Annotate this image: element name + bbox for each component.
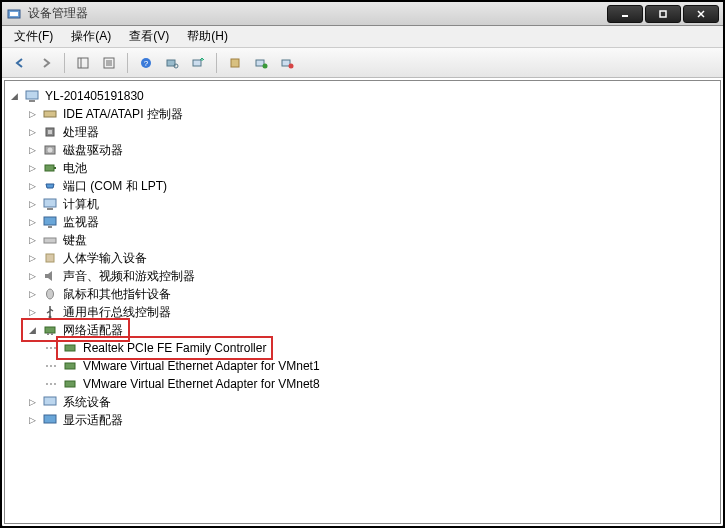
uninstall-button[interactable] (223, 51, 247, 75)
svg-rect-40 (47, 333, 49, 335)
menubar: 文件(F) 操作(A) 查看(V) 帮助(H) (2, 26, 723, 48)
menu-file[interactable]: 文件(F) (6, 26, 61, 47)
svg-rect-43 (65, 363, 75, 369)
forward-button[interactable] (34, 51, 58, 75)
update-driver-button[interactable] (186, 51, 210, 75)
tree-item-usb[interactable]: ▷通用串行总线控制器 (27, 303, 716, 321)
computer-icon (42, 196, 58, 212)
tree-item-computer[interactable]: ▷计算机 (27, 195, 716, 213)
expand-icon[interactable]: ▷ (27, 217, 38, 228)
svg-rect-22 (26, 91, 38, 99)
hid-icon (42, 250, 58, 266)
svg-rect-1 (10, 12, 18, 16)
toolbar: ? (2, 48, 723, 78)
expand-icon[interactable]: ▷ (27, 109, 38, 120)
svg-rect-45 (44, 397, 56, 405)
tree-item-hid[interactable]: ▷人体学输入设备 (27, 249, 716, 267)
svg-rect-24 (44, 111, 56, 117)
network-adapter-icon (62, 376, 78, 392)
separator (216, 53, 217, 73)
expand-icon[interactable]: ▷ (27, 235, 38, 246)
tree-root[interactable]: ◢ YL-201405191830 (9, 87, 716, 105)
svg-rect-30 (54, 167, 56, 169)
collapse-icon[interactable]: ◢ (27, 325, 38, 336)
svg-rect-3 (660, 11, 666, 17)
sound-icon (42, 268, 58, 284)
tree-item-disk[interactable]: ▷磁盘驱动器 (27, 141, 716, 159)
expand-icon[interactable]: ▷ (27, 253, 38, 264)
tree-line: ⋯ (45, 375, 56, 393)
expand-icon[interactable]: ▷ (27, 145, 38, 156)
expand-icon[interactable]: ▷ (27, 307, 38, 318)
tree-item-ports[interactable]: ▷端口 (COM 和 LPT) (27, 177, 716, 195)
titlebar: 设备管理器 (2, 2, 723, 26)
window-controls (607, 5, 719, 23)
mouse-icon (42, 286, 58, 302)
port-icon (42, 178, 58, 194)
menu-view[interactable]: 查看(V) (121, 26, 177, 47)
svg-rect-46 (44, 415, 56, 423)
network-adapter-icon (62, 340, 78, 356)
svg-rect-42 (65, 345, 75, 351)
separator (64, 53, 65, 73)
tree-item-mouse[interactable]: ▷鼠标和其他指针设备 (27, 285, 716, 303)
device-manager-window: 设备管理器 文件(F) 操作(A) 查看(V) 帮助(H) ? ◢ (0, 0, 725, 528)
expand-icon[interactable]: ▷ (27, 199, 38, 210)
svg-rect-41 (51, 333, 53, 335)
scan-button[interactable] (160, 51, 184, 75)
expand-icon[interactable]: ▷ (27, 127, 38, 138)
svg-rect-23 (29, 100, 35, 102)
battery-icon (42, 160, 58, 176)
svg-point-21 (289, 63, 294, 68)
monitor-icon (42, 214, 58, 230)
svg-rect-36 (46, 254, 54, 262)
svg-rect-16 (193, 60, 201, 66)
tree-item-battery[interactable]: ▷电池 (27, 159, 716, 177)
tree-item-vmnet1[interactable]: ⋯VMware Virtual Ethernet Adapter for VMn… (45, 357, 716, 375)
menu-help[interactable]: 帮助(H) (179, 26, 236, 47)
collapse-icon[interactable]: ◢ (9, 91, 20, 102)
svg-rect-6 (78, 58, 88, 68)
properties-button[interactable] (97, 51, 121, 75)
help-button[interactable]: ? (134, 51, 158, 75)
close-button[interactable] (683, 5, 719, 23)
window-title: 设备管理器 (28, 5, 607, 22)
tree-item-sound[interactable]: ▷声音、视频和游戏控制器 (27, 267, 716, 285)
controller-icon (42, 106, 58, 122)
tree-item-cpu[interactable]: ▷处理器 (27, 123, 716, 141)
minimize-button[interactable] (607, 5, 643, 23)
tree-item-realtek[interactable]: ⋯ Realtek PCIe FE Family Controller (45, 339, 716, 357)
disk-icon (42, 142, 58, 158)
tree-item-display[interactable]: ▷显示适配器 (27, 411, 716, 429)
svg-rect-17 (231, 59, 239, 67)
svg-point-19 (263, 63, 268, 68)
svg-point-28 (48, 148, 53, 153)
root-label[interactable]: YL-201405191830 (44, 87, 145, 105)
svg-rect-35 (44, 238, 56, 243)
tree-item-vmnet8[interactable]: ⋯VMware Virtual Ethernet Adapter for VMn… (45, 375, 716, 393)
maximize-button[interactable] (645, 5, 681, 23)
svg-rect-29 (45, 165, 54, 171)
show-hide-tree-button[interactable] (71, 51, 95, 75)
tree-view[interactable]: ◢ YL-201405191830 ▷IDE ATA/ATAPI 控制器 ▷处理… (4, 80, 721, 524)
menu-action[interactable]: 操作(A) (63, 26, 119, 47)
network-adapter-icon (62, 358, 78, 374)
tree-item-monitor[interactable]: ▷监视器 (27, 213, 716, 231)
enable-button[interactable] (249, 51, 273, 75)
expand-icon[interactable]: ▷ (27, 397, 38, 408)
expand-icon[interactable]: ▷ (27, 163, 38, 174)
tree-item-keyboard[interactable]: ▷键盘 (27, 231, 716, 249)
back-button[interactable] (8, 51, 32, 75)
svg-rect-34 (48, 226, 52, 228)
svg-rect-44 (65, 381, 75, 387)
svg-rect-26 (48, 130, 52, 134)
tree-item-system[interactable]: ▷系统设备 (27, 393, 716, 411)
expand-icon[interactable]: ▷ (27, 271, 38, 282)
svg-point-37 (47, 289, 54, 299)
disable-button[interactable] (275, 51, 299, 75)
expand-icon[interactable]: ▷ (27, 181, 38, 192)
tree-item-ide[interactable]: ▷IDE ATA/ATAPI 控制器 (27, 105, 716, 123)
expand-icon[interactable]: ▷ (27, 289, 38, 300)
cpu-icon (42, 124, 58, 140)
expand-icon[interactable]: ▷ (27, 415, 38, 426)
